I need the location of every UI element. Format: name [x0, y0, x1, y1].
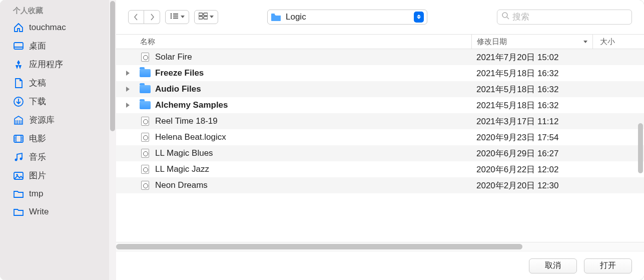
file-row[interactable]: Helena Beat.logicx2020年9月23日 17:54	[116, 129, 644, 145]
horizontal-scrollbar-thumb[interactable]	[116, 244, 522, 249]
sidebar-item-资源库[interactable]: 资源库	[0, 111, 116, 129]
svg-point-24	[171, 17, 172, 19]
svg-rect-0	[14, 43, 23, 49]
svg-point-16	[15, 158, 18, 161]
open-button[interactable]: 打开	[584, 258, 632, 273]
sidebar-item-电影[interactable]: 电影	[0, 129, 116, 148]
sidebar-item-write[interactable]: Write	[0, 203, 116, 221]
folder-popup[interactable]: Logic	[267, 10, 427, 25]
svg-rect-30	[271, 14, 275, 15]
document-icon	[139, 181, 151, 190]
column-header-size[interactable]: 大小	[592, 35, 636, 49]
sidebar-item-桌面[interactable]: 桌面	[0, 37, 116, 55]
sidebar-item-音乐[interactable]: 音乐	[0, 148, 116, 166]
sidebar-item-label: 应用程序	[29, 59, 63, 70]
sidebar-item-label: 文稿	[29, 77, 46, 89]
sidebar-item-label: 电影	[29, 133, 46, 144]
footer: 取消 打开	[116, 251, 644, 280]
cancel-button[interactable]: 取消	[529, 258, 577, 273]
back-button[interactable]	[128, 10, 144, 24]
grid-icon	[199, 12, 208, 22]
file-row[interactable]: Reel Time 18-192021年3月17日 11:12	[116, 113, 644, 129]
file-row[interactable]: Audio Files2021年5月18日 16:32	[116, 81, 644, 97]
group-mode-button[interactable]	[194, 10, 218, 24]
file-date: 2020年2月20日 12:30	[471, 180, 592, 191]
list-scrollbar[interactable]	[637, 123, 644, 173]
file-row[interactable]: LL Magic Blues2020年6月29日 16:27	[116, 145, 644, 161]
file-date: 2020年6月29日 16:27	[471, 148, 592, 159]
sidebar-item-label: 资源库	[29, 114, 55, 126]
sidebar-item-label: 图片	[29, 170, 46, 181]
view-mode-button[interactable]	[165, 10, 189, 24]
sidebar-item-touchmac[interactable]: touchmac	[0, 19, 116, 37]
file-name: Freeze Files	[151, 68, 471, 78]
file-date: 2020年6月22日 12:02	[471, 164, 592, 175]
search-input[interactable]	[512, 12, 627, 22]
svg-rect-25	[173, 18, 178, 19]
folder-icon	[139, 101, 151, 109]
svg-rect-27	[204, 13, 208, 16]
svg-point-31	[502, 13, 507, 18]
folder-icon	[271, 13, 282, 22]
svg-rect-29	[204, 17, 208, 19]
file-date: 2021年5月18日 16:32	[471, 84, 592, 95]
chevron-down-icon	[210, 16, 214, 18]
search-icon	[501, 12, 509, 22]
folder-popup-label: Logic	[286, 12, 410, 22]
download-icon	[13, 96, 24, 107]
chevron-down-icon	[181, 16, 185, 18]
open-dialog: 个人收藏 touchmac桌面应用程序文稿下载资源库电影音乐图片tmpWrite	[0, 0, 644, 280]
popup-arrows-icon	[414, 12, 424, 23]
library-icon	[13, 115, 24, 126]
file-row[interactable]: Neon Dreams2020年2月20日 12:30	[116, 177, 644, 193]
sidebar-item-label: 桌面	[29, 40, 46, 52]
document-icon	[139, 165, 151, 174]
sidebar-item-应用程序[interactable]: 应用程序	[0, 55, 116, 74]
sidebar-item-图片[interactable]: 图片	[0, 166, 116, 185]
disclosure-triangle-icon[interactable]	[126, 71, 130, 76]
sort-indicator-icon	[583, 41, 587, 43]
svg-point-17	[20, 157, 23, 160]
file-date: 2021年5月18日 16:32	[471, 100, 592, 111]
column-header-name[interactable]: 名称	[116, 37, 471, 47]
file-name: Helena Beat.logicx	[151, 132, 471, 142]
sidebar-scrollbar[interactable]	[109, 0, 116, 280]
forward-button[interactable]	[144, 10, 160, 24]
document-icon	[139, 53, 151, 62]
file-row[interactable]: Freeze Files2021年5月18日 16:32	[116, 65, 644, 81]
sidebar-item-label: 音乐	[29, 151, 46, 163]
column-header-date[interactable]: 修改日期	[471, 35, 592, 49]
svg-rect-21	[173, 14, 178, 15]
movie-icon	[13, 133, 24, 144]
svg-line-32	[507, 17, 509, 19]
sidebar-scrollbar-thumb[interactable]	[110, 1, 115, 131]
toolbar: Logic	[116, 0, 644, 34]
svg-rect-28	[199, 17, 203, 19]
sidebar: 个人收藏 touchmac桌面应用程序文稿下载资源库电影音乐图片tmpWrite	[0, 0, 116, 280]
file-row[interactable]: Solar Fire2021年7月20日 15:02	[116, 49, 644, 65]
file-date: 2021年5月18日 16:32	[471, 68, 592, 79]
list-scrollbar-thumb[interactable]	[638, 123, 643, 173]
file-row[interactable]: LL Magic Jazz2020年6月22日 12:02	[116, 161, 644, 177]
column-header-row: 名称 修改日期 大小	[116, 34, 644, 49]
disclosure-triangle-icon[interactable]	[126, 87, 130, 92]
file-name: LL Magic Blues	[151, 148, 471, 158]
sidebar-item-文稿[interactable]: 文稿	[0, 74, 116, 92]
music-icon	[13, 152, 24, 163]
home-icon	[13, 22, 24, 33]
file-row[interactable]: Alchemy Samples2021年5月18日 16:32	[116, 97, 644, 113]
horizontal-scrollbar[interactable]	[116, 242, 644, 251]
file-name: Solar Fire	[151, 52, 471, 62]
main-panel: Logic 名称 修改日期 大小	[116, 0, 644, 280]
search-field[interactable]	[497, 10, 632, 25]
desktop-icon	[13, 41, 24, 52]
sidebar-item-下载[interactable]: 下载	[0, 92, 116, 111]
photo-icon	[13, 170, 24, 181]
disclosure-triangle-icon[interactable]	[126, 103, 130, 108]
file-name: Audio Files	[151, 84, 471, 94]
svg-point-22	[171, 15, 172, 17]
sidebar-item-tmp[interactable]: tmp	[0, 185, 116, 203]
file-name: Reel Time 18-19	[151, 116, 471, 126]
apps-icon	[13, 59, 24, 70]
folder-icon	[139, 85, 151, 93]
